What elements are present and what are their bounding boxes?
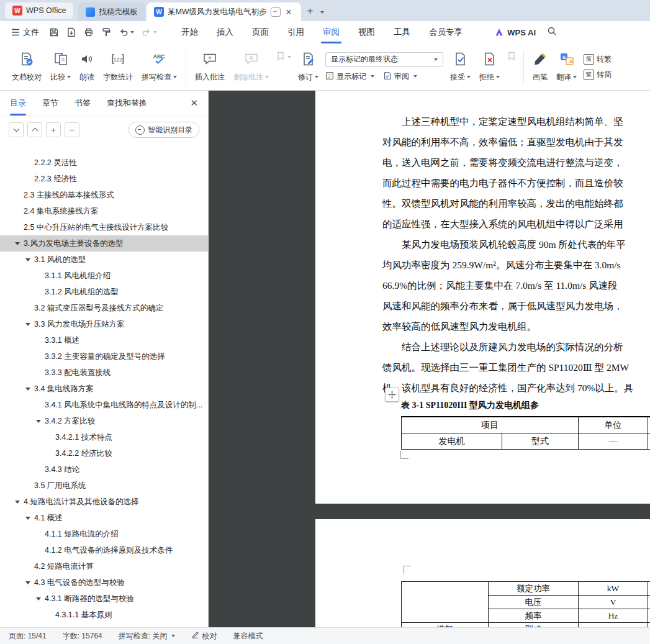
show-markup-button[interactable]: 显示标记 (325, 71, 374, 82)
redo-dropdown-icon[interactable] (153, 31, 157, 34)
accept-button[interactable]: 接受 (446, 47, 475, 87)
toc-item[interactable]: 4.3 电气设备的选型与校验 (0, 574, 208, 591)
new-tab-button[interactable]: + (307, 6, 314, 16)
toc-expand-icon[interactable] (15, 242, 20, 245)
toc-expand-icon[interactable] (25, 258, 30, 261)
revision-nav-button[interactable] (504, 51, 519, 63)
table-move-handle[interactable] (385, 388, 399, 402)
toc-expand-icon[interactable] (36, 597, 41, 601)
toc-item[interactable]: 4.1 概述 (0, 510, 208, 526)
toc-expand-icon[interactable] (15, 501, 20, 504)
doc-tab-active[interactable]: W 某MW级风力发电场电气初步 ✕ (147, 2, 301, 21)
toc-item[interactable]: 4.短路电流计算及其他设备的选择 (0, 494, 208, 510)
spell-check-dropdown-icon[interactable] (173, 76, 177, 78)
track-changes-dropdown-icon[interactable] (315, 76, 318, 78)
toc-item[interactable]: 4.1.2 电气设备的选择原则及技术条件 (0, 542, 208, 558)
read-aloud-button[interactable]: 朗读 (75, 47, 99, 87)
menu-tab-开始[interactable]: 开始 (172, 21, 207, 43)
toc-item[interactable]: 2.4 集电系统接线方案 (0, 203, 208, 219)
toc-item[interactable]: 4.2 短路电流计算 (0, 558, 208, 574)
spell-check-toggle[interactable]: 拼写检查: 关闭 (119, 631, 176, 642)
menu-tab-视图[interactable]: 视图 (349, 21, 384, 43)
track-changes-button[interactable]: 修订 (294, 47, 323, 87)
spell-check-button[interactable]: ABC 拼写检查 (137, 47, 181, 87)
to-traditional-button[interactable]: 简 转繁 (584, 54, 612, 65)
sidebar-tab-章节[interactable]: 章节 (42, 91, 58, 116)
menu-tab-页面[interactable]: 页面 (243, 21, 278, 43)
toc-expand-icon[interactable] (25, 581, 30, 584)
to-simplified-button[interactable]: 繁 转简 (584, 70, 612, 80)
word-count-button[interactable]: 123 字数统计 (99, 47, 137, 87)
wps-ai-button[interactable]: WPS AI (494, 27, 536, 37)
word-count-indicator[interactable]: 字数: 15764 (63, 631, 102, 642)
pen-button[interactable]: 画笔 (528, 47, 552, 87)
document-page-2[interactable]: 额定功率kW电压V频率Hz塔架型式 (315, 519, 650, 627)
toc-item[interactable]: 3.1.2 风电机组的选型 (0, 284, 208, 300)
toc-item[interactable]: 3.3.2 主变容量的确定及型号的选择 (0, 348, 208, 365)
compare-button[interactable]: 比较 (46, 47, 75, 87)
comment-nav-button[interactable] (273, 51, 294, 63)
review-menu-dropdown-icon[interactable] (413, 75, 417, 78)
toc-expand-options-button[interactable] (9, 122, 24, 137)
print-icon[interactable] (84, 27, 94, 37)
spec-table[interactable]: 项目单位发电机型式— (401, 416, 650, 450)
save-icon[interactable] (49, 27, 59, 37)
toc-item[interactable]: 2.2.2 灵活性 (0, 155, 208, 171)
toc-item[interactable]: 3.4.2.2 经济比较 (0, 445, 208, 461)
toc-item[interactable]: 3.5 厂用电系统 (0, 478, 208, 494)
menu-tab-会员专享[interactable]: 会员专享 (420, 21, 472, 43)
toc-collapse-button[interactable] (27, 122, 42, 137)
doc-proofing-button[interactable]: 文档校对 (7, 47, 46, 87)
menu-tab-引用[interactable]: 引用 (278, 21, 314, 43)
undo-dropdown-icon[interactable] (130, 31, 134, 34)
show-markup-dropdown-icon[interactable] (371, 75, 374, 78)
insert-comment-button[interactable]: 插入批注 (191, 47, 229, 87)
toc-item[interactable]: 3.风力发电场主要设备的选型 (0, 235, 208, 252)
toc-item[interactable]: 3.4.3 结论 (0, 461, 208, 478)
menu-tab-插入[interactable]: 插入 (207, 21, 243, 43)
sidebar-tab-书签[interactable]: 书签 (74, 91, 91, 116)
smart-toc-button[interactable]: 智能识别目录 (129, 122, 199, 138)
toc-item[interactable]: 4.1.1 短路电流的介绍 (0, 526, 208, 542)
toc-item[interactable]: 3.4.1 风电系统中集电线路的特点及设计的制... (0, 397, 208, 413)
compare-dropdown-icon[interactable] (67, 76, 71, 78)
toc-expand-icon[interactable] (36, 420, 41, 423)
menu-tab-工具[interactable]: 工具 (384, 21, 420, 43)
toc-item[interactable]: 3.3.3 配电装置接线 (0, 365, 208, 381)
review-menu-button[interactable]: 审阅 (383, 71, 417, 82)
tab-list-dropdown-icon[interactable] (320, 11, 324, 14)
wps-home-button[interactable]: W WPS Office (5, 2, 73, 19)
search-icon[interactable] (547, 26, 557, 39)
toc-expand-icon[interactable] (25, 388, 30, 391)
document-page-1[interactable]: 上述三种机型中，定桨定速型风电机组结构简单、坚对风能的利用率不高，效率偏低；直驱… (315, 91, 650, 504)
translate-dropdown-icon[interactable] (573, 76, 577, 78)
toc-expand-icon[interactable] (25, 517, 30, 520)
toc-item[interactable]: 3.1.1 风电机组介绍 (0, 268, 208, 284)
toc-item[interactable]: 3.2 箱式变压器型号及接线方式的确定 (0, 300, 208, 316)
undo-icon[interactable] (119, 27, 134, 37)
reject-dropdown-icon[interactable] (496, 76, 500, 78)
spec-table-continued[interactable]: 额定功率kW电压V频率Hz塔架型式 (401, 581, 650, 627)
reject-button[interactable]: 拒绝 (475, 47, 504, 87)
redo-icon[interactable] (142, 27, 157, 37)
toc-item[interactable]: 3.3 风力发电场升压站方案 (0, 316, 208, 332)
toc-item[interactable]: 4.3.1 断路器的选型与校验 (0, 591, 208, 607)
markup-state-dropdown[interactable]: 显示标记的最终状态 (325, 52, 443, 67)
delete-comment-button[interactable]: 删除批注 (229, 47, 273, 87)
toc-item[interactable]: 3.1 风机的选型 (0, 252, 208, 268)
export-icon[interactable] (66, 27, 76, 37)
toc-item[interactable]: 4.3.1.1 基本原则 (0, 607, 208, 623)
toc-item[interactable]: 2.2.3 经济性 (0, 171, 208, 187)
toc-item[interactable]: 3.4.2 方案比较 (0, 413, 208, 429)
toc-zoom-in-button[interactable]: + (46, 122, 61, 137)
toc-item[interactable]: 3.4.2.1 技术特点 (0, 429, 208, 445)
toc-expand-icon[interactable] (25, 323, 30, 326)
accept-dropdown-icon[interactable] (467, 76, 471, 78)
sidebar-tab-查找和替换[interactable]: 查找和替换 (107, 91, 147, 116)
close-sidebar-icon[interactable]: ✕ (190, 98, 198, 109)
translate-button[interactable]: 翻译 (552, 47, 581, 87)
sidebar-tab-目录[interactable]: 目录 (10, 91, 26, 116)
toc-item[interactable]: 3.4 集电线路方案 (0, 381, 208, 397)
doc-tab-template[interactable]: 找稿壳模板 (78, 2, 145, 21)
file-menu-button[interactable]: 文件 (7, 21, 43, 43)
